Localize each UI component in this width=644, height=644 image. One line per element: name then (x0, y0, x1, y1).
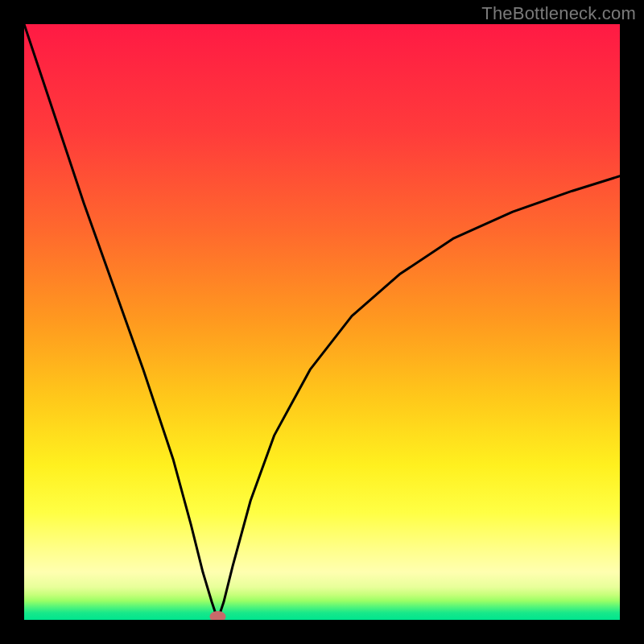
chart-frame: TheBottleneck.com (0, 0, 644, 644)
chart-svg (24, 24, 620, 620)
watermark-text: TheBottleneck.com (481, 3, 636, 24)
plot-area (24, 24, 620, 620)
heatmap-background (24, 24, 620, 620)
